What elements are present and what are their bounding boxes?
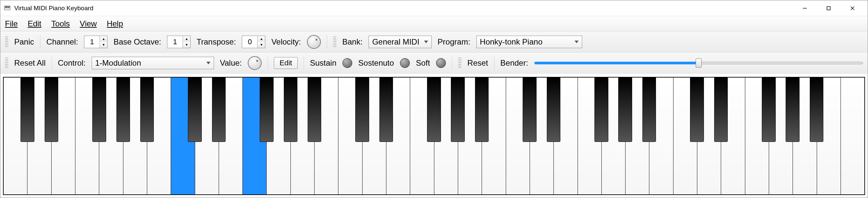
separator	[40, 35, 40, 48]
menubar: File Edit Tools View Help	[0, 16, 868, 31]
black-key[interactable]	[451, 78, 465, 142]
value-knob[interactable]	[248, 56, 262, 70]
black-key[interactable]	[260, 78, 274, 142]
menu-view[interactable]: View	[80, 19, 97, 28]
black-key[interactable]	[786, 78, 800, 142]
svg-rect-7	[827, 7, 830, 10]
svg-rect-3	[6, 6, 7, 8]
menu-edit[interactable]: Edit	[28, 19, 41, 28]
control-label: Control:	[58, 58, 86, 68]
bender-slider[interactable]	[534, 62, 863, 64]
black-key[interactable]	[117, 78, 130, 142]
black-key[interactable]	[308, 78, 321, 142]
black-key[interactable]	[140, 78, 154, 142]
black-key[interactable]	[714, 78, 728, 142]
black-key[interactable]	[475, 78, 489, 142]
transpose-spinbox[interactable]: ▲▼	[242, 36, 265, 48]
black-key[interactable]	[45, 78, 59, 142]
channel-label: Channel:	[46, 37, 78, 46]
soft-led[interactable]	[436, 58, 446, 68]
separator	[268, 56, 268, 70]
channel-input[interactable]	[84, 38, 99, 46]
app-window: Virtual MIDI Piano Keyboard File Edit To…	[0, 0, 868, 198]
program-combo[interactable]: Honky-tonk Piano	[476, 36, 582, 48]
separator	[494, 56, 495, 70]
spin-up-icon[interactable]: ▲	[258, 36, 265, 42]
base-octave-input[interactable]	[167, 38, 183, 46]
channel-spinbox[interactable]: ▲▼	[84, 36, 107, 48]
close-button[interactable]	[841, 0, 864, 16]
separator	[304, 56, 304, 70]
black-key[interactable]	[427, 78, 441, 142]
base-octave-spinbox[interactable]: ▲▼	[167, 36, 190, 48]
separator	[327, 35, 327, 48]
sostenuto-led[interactable]	[400, 58, 410, 68]
black-key[interactable]	[547, 78, 561, 142]
reset-button[interactable]: Reset	[467, 58, 488, 68]
black-key[interactable]	[355, 78, 369, 142]
black-key[interactable]	[379, 78, 393, 142]
grip-icon	[333, 36, 336, 47]
separator	[52, 56, 52, 70]
black-key[interactable]	[690, 78, 704, 142]
black-key[interactable]	[642, 78, 656, 142]
slider-fill	[534, 62, 699, 64]
grip-icon	[5, 36, 8, 47]
toolbar-controls: Reset All Control: 1-Modulation Value: E…	[0, 52, 868, 74]
value-label: Value:	[220, 58, 242, 68]
keys-container	[3, 77, 865, 195]
panic-button[interactable]: Panic	[14, 37, 34, 46]
black-key[interactable]	[523, 78, 536, 142]
spin-down-icon[interactable]: ▼	[258, 42, 265, 48]
svg-rect-5	[9, 6, 9, 8]
menu-help[interactable]: Help	[107, 19, 123, 28]
chevron-down-icon	[575, 41, 579, 43]
toolbar-main: Panic Channel: ▲▼ Base Octave: ▲▼ Transp…	[0, 31, 868, 52]
control-value: 1-Modulation	[95, 58, 141, 68]
black-key[interactable]	[762, 78, 776, 142]
minimize-button[interactable]	[793, 0, 817, 16]
chevron-down-icon	[424, 41, 428, 43]
black-key[interactable]	[188, 78, 202, 142]
bank-combo[interactable]: General MIDI	[369, 36, 432, 48]
black-key[interactable]	[810, 78, 824, 142]
sostenuto-label: Sostenuto	[358, 58, 394, 68]
separator	[452, 56, 452, 70]
sustain-label: Sustain	[310, 58, 336, 68]
soft-label: Soft	[416, 58, 430, 68]
bender-label: Bender:	[500, 58, 528, 68]
bank-label: Bank:	[342, 37, 363, 46]
menu-file[interactable]: File	[5, 19, 18, 28]
transpose-input[interactable]	[242, 38, 257, 46]
black-key[interactable]	[594, 78, 608, 142]
reset-all-button[interactable]: Reset All	[14, 58, 45, 68]
edit-button[interactable]: Edit	[274, 57, 298, 69]
spin-up-icon[interactable]: ▲	[100, 36, 107, 42]
sustain-led[interactable]	[342, 58, 352, 68]
spin-up-icon[interactable]: ▲	[183, 36, 190, 42]
black-key[interactable]	[618, 78, 632, 142]
grip-icon	[458, 57, 461, 69]
transpose-label: Transpose:	[196, 37, 236, 46]
spin-down-icon[interactable]: ▼	[100, 42, 107, 48]
menu-tools[interactable]: Tools	[51, 19, 70, 28]
grip-icon	[5, 57, 8, 69]
maximize-button[interactable]	[817, 0, 841, 16]
svg-rect-4	[8, 6, 8, 8]
black-key[interactable]	[92, 78, 106, 142]
titlebar: Virtual MIDI Piano Keyboard	[0, 0, 868, 16]
slider-thumb[interactable]	[696, 58, 702, 68]
control-combo[interactable]: 1-Modulation	[92, 57, 214, 69]
app-icon	[4, 5, 11, 12]
spin-down-icon[interactable]: ▼	[183, 42, 190, 48]
svg-rect-2	[5, 6, 6, 8]
window-title: Virtual MIDI Piano Keyboard	[14, 5, 793, 12]
black-key[interactable]	[284, 78, 298, 142]
black-key[interactable]	[21, 78, 34, 142]
velocity-knob[interactable]	[307, 35, 321, 49]
piano-keyboard	[0, 74, 868, 198]
velocity-label: Velocity:	[271, 37, 301, 46]
black-key[interactable]	[212, 78, 226, 142]
window-controls	[793, 0, 864, 16]
base-octave-label: Base Octave:	[114, 37, 161, 46]
